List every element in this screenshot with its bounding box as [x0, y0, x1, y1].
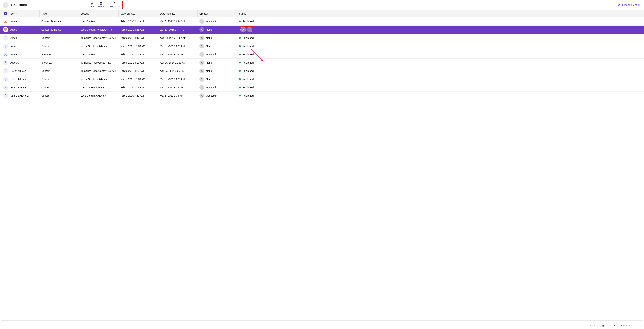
row-title: Article — [10, 20, 18, 23]
row-type: Content — [40, 69, 79, 72]
row-type: Content — [40, 78, 79, 81]
table-row[interactable]: ArticlesSite AreaWeb ContentFeb 1, 2010 … — [0, 50, 644, 58]
column-location[interactable]: Location — [79, 10, 118, 17]
row-title: Article — [10, 36, 18, 39]
content-icon — [3, 93, 8, 98]
title-cell: List of Articles — [0, 68, 40, 74]
table-row[interactable]: Sample ArticleContentWeb Content / Artic… — [0, 83, 644, 92]
row-creator: None — [198, 60, 237, 65]
row-creator: None — [198, 27, 237, 32]
row-type: Content Template — [40, 20, 79, 23]
status-dot-icon — [239, 62, 241, 63]
delete-button[interactable]: Delete — [98, 1, 104, 7]
title-cell: Article — [0, 19, 40, 24]
user-avatar-icon — [200, 85, 204, 90]
table-row[interactable]: ArticleContent TemplateWeb Content Templ… — [0, 25, 644, 34]
row-status: Published — [237, 78, 644, 81]
table-body: ArticleContent TemplateWeb ContentFeb 1,… — [0, 17, 644, 100]
sort-ascending-icon: ↑ — [16, 12, 18, 15]
row-actions-highlight — [240, 26, 253, 33]
row-title: Articles — [10, 61, 19, 64]
content-icon — [3, 43, 8, 49]
user-avatar-icon — [200, 77, 204, 81]
row-date-created: Feb 9, 2011 4:27 AM — [118, 69, 158, 72]
row-location: Portal Site / ... / Articles — [79, 78, 118, 81]
close-icon[interactable]: ✕ — [618, 4, 620, 6]
row-creator: None — [198, 44, 237, 48]
column-creator[interactable]: Creator — [198, 10, 237, 17]
row-creator: None — [198, 77, 237, 81]
status-dot-icon — [239, 70, 241, 72]
row-type: Content Template — [40, 28, 79, 31]
table-row[interactable]: ArticleContentTemplate Page Content 3.0 … — [0, 34, 644, 42]
row-status: Published — [237, 20, 644, 23]
user-avatar-icon — [200, 69, 204, 73]
row-location: Template Page Content 3.0 / Artic... — [79, 36, 118, 39]
row-location: Web Content / Articles — [79, 86, 118, 89]
select-all-checkbox[interactable] — [4, 12, 7, 15]
status-dot-icon — [239, 20, 241, 22]
row-status — [237, 26, 644, 33]
row-location: Template Page Content 3.0 / Artic... — [79, 69, 118, 72]
clear-selection-button[interactable]: Clear Selection — [622, 3, 640, 6]
edit-button[interactable]: Edit — [90, 1, 94, 7]
template-icon — [3, 27, 8, 32]
title-cell: List of Articles — [0, 76, 40, 82]
status-dot-icon — [239, 95, 241, 97]
table-row[interactable]: ArticlesSite AreaTemplate Page Content 3… — [0, 58, 644, 67]
row-status: Published — [237, 94, 644, 97]
row-type: Content — [40, 36, 79, 39]
row-date-modified: Jan 20, 2016 2:34 PM — [158, 28, 198, 31]
title-cell: Sample Article 2 — [0, 93, 40, 98]
pencil-icon — [90, 1, 94, 5]
row-type: Content — [40, 86, 79, 89]
title-cell: Articles — [0, 52, 40, 57]
create-content-button[interactable]: Create Content — [108, 1, 120, 7]
column-title[interactable]: Title ↑ — [0, 10, 40, 17]
column-title-label: Title — [9, 12, 14, 15]
table-row[interactable]: ArticleContentPortal Site / ... / Articl… — [0, 42, 644, 50]
table-row[interactable]: List of ArticlesContentPortal Site / ...… — [0, 75, 644, 83]
row-title: Articles — [10, 53, 19, 56]
table-row[interactable]: Sample Article 2ContentWeb Content / Art… — [0, 92, 644, 100]
sitearea-icon — [3, 52, 8, 57]
row-edit-button[interactable] — [240, 27, 246, 32]
user-avatar-icon — [200, 19, 204, 24]
table-row[interactable]: List of ArticlesContentTemplate Page Con… — [0, 67, 644, 75]
column-type[interactable]: Type — [40, 10, 79, 17]
row-date-modified: Mar 5, 2021 9:38 AM — [158, 94, 198, 97]
template-icon — [3, 19, 8, 24]
row-title: Sample Article 2 — [10, 94, 28, 97]
user-avatar-icon — [200, 44, 204, 48]
status-dot-icon — [239, 45, 241, 47]
row-status: Published — [237, 69, 644, 72]
row-creator: None — [198, 69, 237, 73]
title-cell: Articles — [0, 60, 40, 65]
row-date-modified: Mar 5, 2021 10:28 AM — [158, 45, 198, 48]
row-date-created: Feb 1, 2010 7:42 AM — [118, 94, 158, 97]
column-status[interactable]: Status — [237, 10, 644, 17]
row-date-modified: Mar 5, 2021 9:38 AM — [158, 86, 198, 89]
trash-icon — [99, 1, 103, 5]
row-status: Published — [237, 36, 644, 39]
row-location: Web Content / Articles — [79, 94, 118, 97]
user-avatar-icon — [200, 35, 204, 40]
user-avatar-icon — [200, 93, 204, 98]
row-date-created: Feb 9, 2011 3:39 AM — [118, 28, 158, 31]
column-date-created[interactable]: Date Created — [118, 10, 158, 17]
row-date-modified: Apr 17, 2014 2:29 PM — [158, 69, 198, 72]
user-avatar-icon — [200, 27, 204, 32]
create-content-label: Create Content — [108, 5, 120, 7]
row-date-modified: Mar 5, 2021 10:34 AM — [158, 20, 198, 23]
hamburger-menu-button[interactable] — [3, 2, 8, 8]
column-date-modified[interactable]: Date Modified — [158, 10, 198, 17]
row-date-created: Mar 5, 2021 10:28 AM — [118, 45, 158, 48]
row-status: Published — [237, 86, 644, 89]
row-location: Template Page Content 3.0 — [79, 61, 118, 64]
row-type: Content — [40, 94, 79, 97]
row-date-modified: Aug 14, 2015 11:57 AM — [158, 36, 198, 39]
table-row[interactable]: ArticleContent TemplateWeb ContentFeb 1,… — [0, 17, 644, 25]
row-delete-button[interactable] — [247, 27, 252, 32]
row-location: Web Content — [79, 20, 118, 23]
selection-toolbar: 1 Selected Edit Delete Create Content ✕ … — [0, 0, 644, 10]
